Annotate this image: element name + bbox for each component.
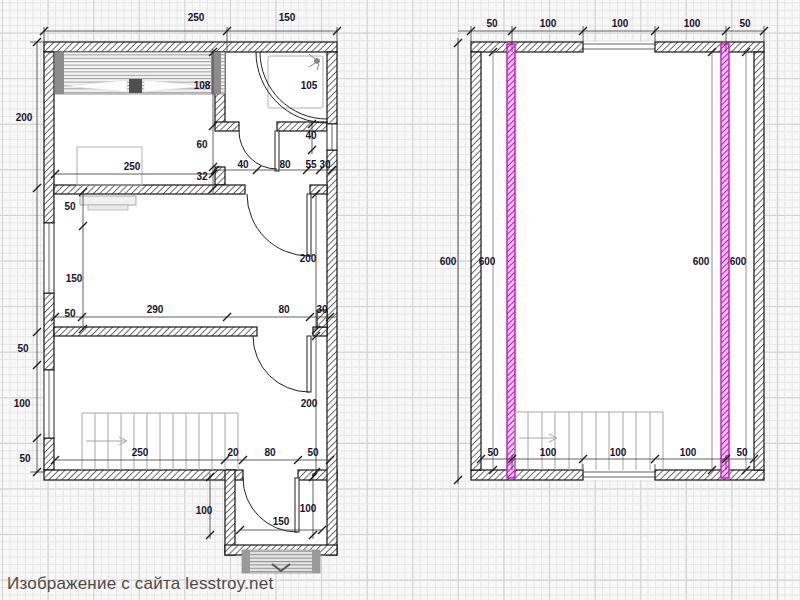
dimension-label: 600 [693, 256, 710, 267]
accent-partition [507, 44, 515, 478]
dimension-label: 200 [16, 112, 33, 123]
dimension-label: 150 [66, 273, 83, 284]
dimension-label: 50 [64, 201, 76, 212]
dimension-label: 200 [301, 398, 318, 409]
dimension-label: 32 [196, 171, 208, 182]
dimension-label: 40 [237, 159, 249, 170]
accent-partition [721, 44, 729, 478]
dimension-label: 100 [196, 505, 213, 516]
floor-plan-drawing: 2501502001081056025032408055304050150200… [0, 0, 800, 600]
dimension-label: 20 [227, 447, 239, 458]
dimension-label: 80 [264, 447, 276, 458]
dimension-label: 50 [739, 18, 751, 29]
dimension-label: 600 [730, 256, 747, 267]
dimension-label: 108 [194, 80, 211, 91]
dimension-label: 80 [278, 304, 290, 315]
dimension-label: 100 [610, 447, 627, 458]
dimension-label: 200 [300, 253, 317, 264]
dimension-label: 100 [684, 18, 701, 29]
dimension-label: 50 [487, 447, 499, 458]
dimension-label: 100 [540, 447, 557, 458]
dimension-label: 250 [188, 12, 205, 23]
dimension-label: 60 [196, 139, 208, 150]
dimension-label: 150 [273, 516, 290, 527]
dimension-label: 105 [301, 80, 318, 91]
dimension-label: 250 [132, 447, 149, 458]
dimension-label: 100 [680, 447, 697, 458]
dimension-label: 80 [279, 159, 291, 170]
left-floor-plan: 2501502001081056025032408055304050150200… [14, 12, 341, 573]
dimension-label: 100 [14, 398, 31, 409]
dimension-label: 600 [479, 256, 496, 267]
dimension-label: 30 [316, 304, 328, 315]
window [44, 223, 54, 293]
dimension-label: 50 [307, 447, 319, 458]
dimension-label: 50 [17, 343, 29, 354]
right-floor-plan: 50100100100506006006006005010010010050 [440, 18, 768, 484]
dimension-label: 50 [19, 453, 31, 464]
dimension-label: 50 [486, 18, 498, 29]
watermark: Изображение с сайта lesstroy.net [7, 574, 273, 594]
dimension-label: 150 [279, 12, 296, 23]
window [44, 370, 54, 438]
dimension-label: 100 [300, 503, 317, 514]
sink [80, 196, 136, 210]
window [327, 124, 337, 150]
dimension-label: 100 [540, 18, 557, 29]
dimension-label: 50 [64, 308, 76, 319]
dimension-label: 100 [612, 18, 629, 29]
dimension-label: 600 [440, 256, 457, 267]
dimension-label: 30 [319, 159, 331, 170]
dimension-label: 50 [736, 447, 748, 458]
dimension-label: 55 [305, 159, 317, 170]
dimension-label: 40 [305, 130, 317, 141]
dimension-label: 290 [147, 304, 164, 315]
porch [242, 550, 320, 573]
vestibule-floor [225, 470, 337, 555]
dimension-label: 250 [124, 161, 141, 172]
